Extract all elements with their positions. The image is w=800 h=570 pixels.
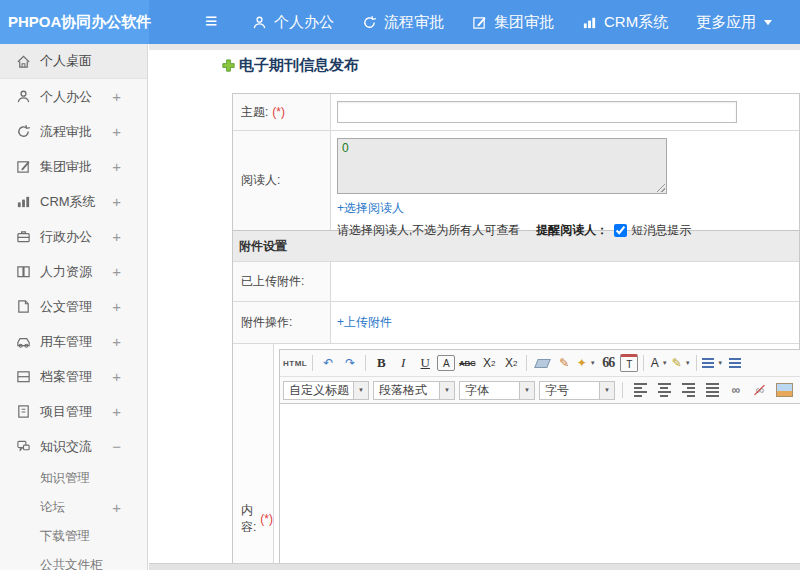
expand-icon[interactable]: +: [112, 193, 121, 210]
font-color-button[interactable]: A▼: [649, 353, 669, 373]
autoclean-button[interactable]: ✦▼: [576, 353, 596, 373]
collapse-icon[interactable]: −: [112, 438, 121, 455]
sidebar-item-集团审批[interactable]: 集团审批+: [0, 149, 147, 184]
strikethrough-button[interactable]: ABC: [457, 353, 477, 373]
nav-item-集团审批[interactable]: 集团审批: [472, 13, 554, 32]
subscript-button[interactable]: X2: [501, 353, 521, 373]
toolbar-separator: [643, 355, 644, 371]
content-label: 内容: (*): [233, 344, 274, 570]
nav-item-CRM系统[interactable]: CRM系统: [582, 13, 668, 32]
paragraph-format-select[interactable]: 段落格式▼: [373, 381, 455, 400]
heading-select[interactable]: 自定义标题▼: [283, 381, 369, 400]
sidebar-item-公文管理[interactable]: 公文管理+: [0, 289, 147, 324]
edit-icon: [15, 159, 31, 175]
expand-icon[interactable]: +: [112, 333, 121, 350]
sidebar-item-知识交流[interactable]: 知识交流−: [0, 429, 147, 464]
expand-icon[interactable]: +: [112, 228, 121, 245]
hamburger-menu-icon[interactable]: ≡: [205, 0, 217, 44]
upload-attachment-link[interactable]: +上传附件: [337, 314, 392, 331]
sidebar-item-论坛[interactable]: 论坛+: [0, 493, 147, 522]
font-size-select[interactable]: 字号▼: [539, 381, 615, 400]
sidebar-item-公共文件柜[interactable]: 公共文件柜: [0, 551, 147, 570]
nav-item-个人办公[interactable]: 个人办公: [252, 13, 334, 32]
sidebar-item-下载管理[interactable]: 下载管理: [0, 522, 147, 551]
blockquote-button[interactable]: 66: [598, 353, 618, 373]
bold-button[interactable]: B: [371, 353, 391, 373]
unlink-button[interactable]: ∞: [750, 380, 770, 400]
chart-icon: [15, 194, 31, 210]
subject-input[interactable]: [337, 101, 737, 123]
undo-button[interactable]: ↶: [318, 353, 338, 373]
redo-button[interactable]: ↷: [340, 353, 360, 373]
expand-icon[interactable]: +: [112, 368, 121, 385]
sidebar-item-知识管理[interactable]: 知识管理: [0, 464, 147, 493]
readers-label: 阅读人:: [233, 131, 331, 230]
nav-item-label: 更多应用: [696, 13, 756, 32]
insert-image-button[interactable]: [774, 380, 794, 400]
sidebar-item-用车管理[interactable]: 用车管理+: [0, 324, 147, 359]
horizontal-scrollbar[interactable]: [149, 563, 800, 570]
sidebar-item-label: 人力资源: [40, 263, 92, 281]
ordered-list-button[interactable]: ▼: [702, 353, 723, 373]
toolbar-separator: [312, 355, 313, 371]
eraser-button[interactable]: [532, 353, 552, 373]
sidebar-item-项目管理[interactable]: 项目管理+: [0, 394, 147, 429]
select-readers-link[interactable]: +选择阅读人: [337, 200, 404, 217]
align-left-button[interactable]: [630, 380, 650, 400]
sidebar-item-label: 流程审批: [40, 123, 92, 141]
link-button[interactable]: ∞: [726, 380, 746, 400]
uploaded-label: 已上传附件:: [233, 262, 331, 301]
font-box-button[interactable]: A: [437, 355, 455, 371]
sidebar-item-CRM系统[interactable]: CRM系统+: [0, 184, 147, 219]
align-center-button[interactable]: [654, 380, 674, 400]
required-mark: (*): [260, 512, 273, 526]
align-right-button[interactable]: [678, 380, 698, 400]
insert-date-button[interactable]: T: [620, 354, 638, 372]
html-source-button[interactable]: HTML: [283, 353, 307, 373]
sidebar-item-流程审批[interactable]: 流程审批+: [0, 114, 147, 149]
format-brush-button[interactable]: ✎: [554, 353, 574, 373]
car-icon: [15, 334, 31, 350]
nav-item-label: 集团审批: [494, 13, 554, 32]
underline-button[interactable]: U: [415, 353, 435, 373]
chevron-down-icon: ▼: [599, 382, 614, 399]
sidebar-item-档案管理[interactable]: 档案管理+: [0, 359, 147, 394]
editor-content-area[interactable]: [280, 404, 800, 570]
toolbar-separator: [696, 355, 697, 371]
nav-item-流程审批[interactable]: 流程审批: [362, 13, 444, 32]
sidebar-item-label: 用车管理: [40, 333, 92, 351]
expand-icon[interactable]: +: [112, 499, 121, 516]
required-mark: (*): [272, 105, 285, 119]
sidebar-item-label: 行政办公: [40, 228, 92, 246]
sidebar-item-个人桌面[interactable]: 个人桌面: [0, 44, 147, 79]
superscript-button[interactable]: X2: [479, 353, 499, 373]
sidebar-item-人力资源[interactable]: 人力资源+: [0, 254, 147, 289]
expand-icon[interactable]: +: [112, 403, 121, 420]
chevron-down-icon: ▼: [519, 382, 534, 399]
readers-textarea[interactable]: 0: [337, 138, 667, 194]
expand-icon[interactable]: +: [112, 298, 121, 315]
home-icon: [15, 53, 31, 69]
sidebar-item-label: 项目管理: [40, 403, 92, 421]
expand-icon[interactable]: +: [112, 263, 121, 280]
rich-text-editor: HTML↶↷BIUAABCX2X2✎✦▼66TA▼✎▼▼ 自定义标题▼段落格式▼…: [279, 349, 800, 570]
unordered-list-button[interactable]: [725, 353, 745, 373]
align-justify-button[interactable]: [702, 380, 722, 400]
sidebar-item-个人办公[interactable]: 个人办公+: [0, 79, 147, 114]
nav-item-更多应用[interactable]: 更多应用: [696, 13, 773, 32]
highlight-button[interactable]: ✎▼: [671, 353, 691, 373]
italic-button[interactable]: I: [393, 353, 413, 373]
attachment-section-header: 附件设置: [233, 230, 799, 262]
readers-row: 阅读人: 0 +选择阅读人 请选择阅读人,不选为所有人可查看 提醒阅读人： 短消…: [233, 131, 799, 231]
subject-label: 主题: (*): [233, 94, 331, 130]
expand-icon[interactable]: +: [112, 123, 121, 140]
expand-icon[interactable]: +: [112, 88, 121, 105]
font-family-select[interactable]: 字体▼: [459, 381, 535, 400]
sidebar-item-行政办公[interactable]: 行政办公+: [0, 219, 147, 254]
page-title-text: 电子期刊信息发布: [239, 56, 359, 75]
resize-handle[interactable]: [656, 183, 665, 192]
uploaded-value: [331, 262, 799, 301]
sidebar-item-label: 档案管理: [40, 368, 92, 386]
expand-icon[interactable]: +: [112, 158, 121, 175]
add-icon: [221, 58, 236, 73]
